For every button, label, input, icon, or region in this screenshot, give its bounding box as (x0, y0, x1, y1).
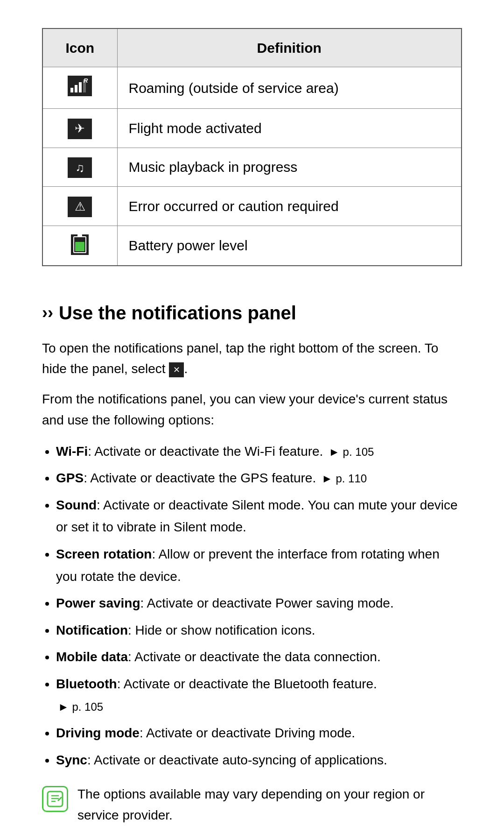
wifi-text: : Activate or deactivate the Wi-Fi featu… (88, 444, 323, 459)
definition-flight: Flight mode activated (117, 109, 462, 148)
gps-ref: ► p. 110 (322, 472, 367, 485)
definition-music: Music playback in progress (117, 148, 462, 187)
table-row: ♫ Music playback in progress (42, 148, 462, 187)
sound-text: : Activate or deactivate Silent mode. Yo… (56, 498, 458, 535)
chevron-double-icon: ›› (42, 300, 53, 325)
table-row: ✈ Flight mode activated (42, 109, 462, 148)
icon-cell-flight: ✈ (42, 109, 117, 148)
sound-label: Sound (56, 498, 97, 512)
table-header-definition: Definition (117, 28, 462, 67)
note-box: The options available may vary depending… (42, 784, 462, 826)
paragraph-2: From the notifications panel, you can vi… (42, 389, 462, 431)
bluetooth-label: Bluetooth (56, 677, 117, 691)
note-text: The options available may vary depending… (77, 784, 462, 826)
list-item-notification: Notification: Hide or show notification … (56, 619, 462, 642)
mobile-data-label: Mobile data (56, 650, 128, 664)
list-item-mobile-data: Mobile data: Activate or deactivate the … (56, 646, 462, 668)
table-row: Battery power level (42, 226, 462, 266)
sync-text: : Activate or deactivate auto-syncing of… (87, 753, 387, 767)
list-item-bluetooth: Bluetooth: Activate or deactivate the Bl… (56, 673, 462, 717)
list-item-screen-rotation: Screen rotation: Allow or prevent the in… (56, 543, 462, 587)
gps-text: : Activate or deactivate the GPS feature… (84, 471, 316, 485)
wifi-ref: ► p. 105 (329, 445, 374, 458)
section-heading: ›› Use the notifications panel (42, 299, 462, 327)
warning-icon: ⚠ (68, 197, 92, 217)
driving-mode-label: Driving mode (56, 726, 140, 740)
paragraph-1: To open the notifications panel, tap the… (42, 338, 462, 380)
section-title: Use the notifications panel (59, 299, 296, 327)
wifi-label: Wi-Fi (56, 444, 88, 459)
power-saving-text: : Activate or deactivate Power saving mo… (140, 596, 394, 610)
list-item-sound: Sound: Activate or deactivate Silent mod… (56, 494, 462, 538)
icon-cell-warning: ⚠ (42, 187, 117, 226)
bluetooth-ref: ► p. 105 (58, 700, 103, 713)
svg-text:R: R (84, 78, 88, 84)
note-icon (42, 786, 68, 812)
icon-cell-music: ♫ (42, 148, 117, 187)
bluetooth-text: : Activate or deactivate the Bluetooth f… (117, 677, 377, 691)
definition-battery: Battery power level (117, 226, 462, 266)
list-item-sync: Sync: Activate or deactivate auto-syncin… (56, 749, 462, 771)
svg-rect-1 (75, 85, 77, 92)
list-item-gps: GPS: Activate or deactivate the GPS feat… (56, 467, 462, 489)
icon-definition-table: Icon Definition R Roami (42, 28, 462, 266)
list-item-power-saving: Power saving: Activate or deactivate Pow… (56, 592, 462, 615)
definition-warning: Error occurred or caution required (117, 187, 462, 226)
power-saving-label: Power saving (56, 596, 140, 610)
flight-icon: ✈ (68, 119, 92, 139)
screen-rotation-label: Screen rotation (56, 547, 152, 561)
list-item-wifi: Wi-Fi: Activate or deactivate the Wi-Fi … (56, 440, 462, 463)
table-row: ⚠ Error occurred or caution required (42, 187, 462, 226)
notification-text: : Hide or show notification icons. (128, 623, 315, 637)
icon-cell-battery (42, 226, 117, 266)
definition-roaming: Roaming (outside of service area) (117, 67, 462, 109)
icon-cell-roaming: R (42, 67, 117, 109)
driving-mode-text: : Activate or deactivate Driving mode. (140, 726, 355, 740)
table-header-icon: Icon (42, 28, 117, 67)
gps-label: GPS (56, 471, 84, 485)
list-item-driving-mode: Driving mode: Activate or deactivate Dri… (56, 722, 462, 744)
notification-label: Notification (56, 623, 128, 637)
mobile-data-text: : Activate or deactivate the data connec… (128, 650, 381, 664)
battery-icon (71, 234, 89, 255)
table-row: R Roaming (outside of service area) (42, 67, 462, 109)
roaming-icon: R (70, 78, 90, 94)
note-pencil-icon (46, 790, 64, 808)
close-icon: ✕ (169, 362, 184, 377)
svg-rect-0 (70, 88, 73, 92)
options-list: Wi-Fi: Activate or deactivate the Wi-Fi … (56, 440, 462, 771)
music-icon: ♫ (68, 157, 92, 178)
svg-rect-2 (79, 82, 82, 92)
sync-label: Sync (56, 753, 87, 767)
